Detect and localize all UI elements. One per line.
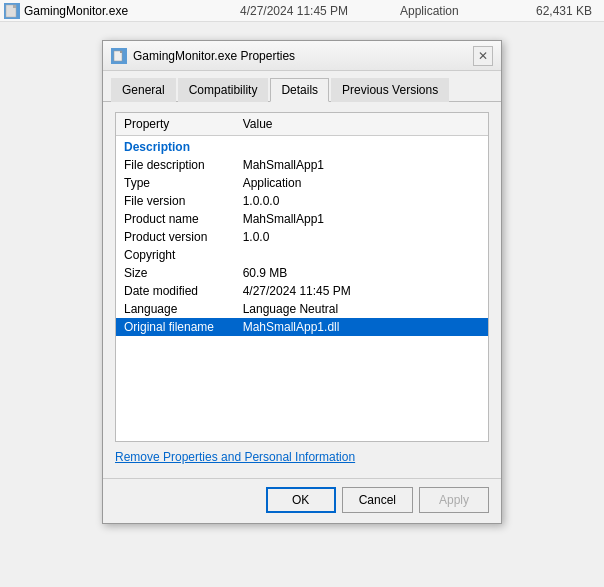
prop-value-product-version: 1.0.0 [243, 230, 480, 244]
prop-value-language: Language Neutral [243, 302, 480, 316]
cancel-button[interactable]: Cancel [342, 487, 413, 513]
prop-value-type: Application [243, 176, 480, 190]
prop-name-original-filename: Original filename [124, 320, 243, 334]
tab-previous-versions[interactable]: Previous Versions [331, 78, 449, 102]
taskbar-filename: GamingMonitor.exe [24, 4, 240, 18]
taskbar-date: 4/27/2024 11:45 PM [240, 4, 400, 18]
tab-general[interactable]: General [111, 78, 176, 102]
tab-compatibility[interactable]: Compatibility [178, 78, 269, 102]
taskbar-type: Application [400, 4, 520, 18]
prop-name-copyright: Copyright [124, 248, 243, 262]
prop-name-file-description: File description [124, 158, 243, 172]
table-row[interactable]: File version 1.0.0.0 [116, 192, 488, 210]
prop-value-file-description: MahSmallApp1 [243, 158, 480, 172]
prop-name-language: Language [124, 302, 243, 316]
table-row[interactable]: Copyright [116, 246, 488, 264]
col-property-label: Property [124, 117, 243, 131]
prop-name-product-version: Product version [124, 230, 243, 244]
prop-value-file-version: 1.0.0.0 [243, 194, 480, 208]
table-row[interactable]: Product version 1.0.0 [116, 228, 488, 246]
backdrop: GamingMonitor.exe Properties ✕ General C… [0, 22, 604, 587]
prop-name-file-version: File version [124, 194, 243, 208]
prop-name-type: Type [124, 176, 243, 190]
dialog-title: GamingMonitor.exe Properties [133, 49, 473, 63]
dialog-icon [111, 48, 127, 64]
svg-rect-4 [120, 51, 122, 53]
table-row[interactable]: File description MahSmallApp1 [116, 156, 488, 174]
properties-dialog: GamingMonitor.exe Properties ✕ General C… [102, 40, 502, 524]
file-taskbar-icon [4, 3, 20, 19]
dialog-buttons: OK Cancel Apply [103, 478, 501, 523]
prop-value-size: 60.9 MB [243, 266, 480, 280]
tab-content: Property Value Description File descript… [103, 102, 501, 478]
col-value-label: Value [243, 117, 480, 131]
table-row[interactable]: Date modified 4/27/2024 11:45 PM [116, 282, 488, 300]
prop-value-date-modified: 4/27/2024 11:45 PM [243, 284, 480, 298]
table-row[interactable]: Product name MahSmallApp1 [116, 210, 488, 228]
apply-button[interactable]: Apply [419, 487, 489, 513]
tab-bar: General Compatibility Details Previous V… [103, 71, 501, 102]
prop-value-product-name: MahSmallApp1 [243, 212, 480, 226]
prop-name-product-name: Product name [124, 212, 243, 226]
ok-button[interactable]: OK [266, 487, 336, 513]
prop-value-copyright [243, 248, 480, 262]
table-row-selected[interactable]: Original filename MahSmallApp1.dll [116, 318, 488, 336]
table-row[interactable]: Size 60.9 MB [116, 264, 488, 282]
property-table-container[interactable]: Property Value Description File descript… [115, 112, 489, 442]
prop-name-date-modified: Date modified [124, 284, 243, 298]
remove-properties-link[interactable]: Remove Properties and Personal Informati… [115, 442, 489, 468]
taskbar-row: GamingMonitor.exe 4/27/2024 11:45 PM App… [0, 0, 604, 22]
table-row[interactable]: Language Language Neutral [116, 300, 488, 318]
table-row[interactable]: Type Application [116, 174, 488, 192]
prop-value-original-filename: MahSmallApp1.dll [243, 320, 480, 334]
section-description-label: Description [116, 136, 488, 156]
title-bar: GamingMonitor.exe Properties ✕ [103, 41, 501, 71]
taskbar-size: 62,431 KB [520, 4, 600, 18]
property-table-header: Property Value [116, 113, 488, 136]
close-button[interactable]: ✕ [473, 46, 493, 66]
tab-details[interactable]: Details [270, 78, 329, 102]
prop-name-size: Size [124, 266, 243, 280]
